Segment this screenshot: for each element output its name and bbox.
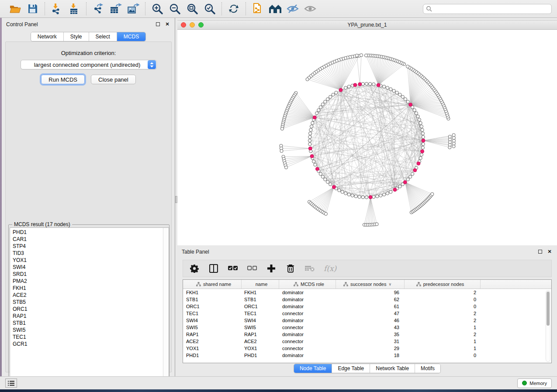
search-input[interactable] (432, 6, 549, 12)
graph-node[interactable] (326, 180, 329, 183)
table-row[interactable]: ORC1ORC1dominator610 (183, 303, 551, 310)
graph-node[interactable] (324, 212, 327, 215)
mcds-result-item[interactable]: ORC1 (13, 306, 169, 313)
graph-node[interactable] (418, 118, 421, 121)
mcds-result-item[interactable]: GCR1 (13, 340, 169, 347)
zoom-in-icon[interactable] (151, 2, 164, 15)
graph-node[interactable] (389, 190, 392, 193)
hide-selected-icon[interactable] (286, 2, 299, 15)
sort-chevron-icon[interactable]: ∨ (388, 282, 391, 286)
graph-node[interactable] (355, 54, 358, 57)
graph-node-mcds[interactable] (413, 168, 417, 172)
graph-node-mcds[interactable] (403, 180, 407, 184)
graph-node[interactable] (386, 192, 389, 195)
open-file-icon[interactable] (9, 2, 22, 15)
graph-node[interactable] (422, 143, 425, 146)
graph-node[interactable] (315, 112, 318, 115)
refresh-icon[interactable] (227, 2, 240, 15)
graph-node[interactable] (324, 178, 327, 181)
graph-node[interactable] (312, 160, 315, 163)
graph-node[interactable] (415, 112, 418, 115)
graph-node-mcds[interactable] (339, 88, 343, 92)
graph-node-mcds[interactable] (313, 116, 316, 119)
import-network-icon[interactable] (50, 2, 63, 15)
graph-node[interactable] (329, 95, 332, 98)
graph-node[interactable] (401, 95, 404, 98)
graph-node[interactable] (383, 193, 386, 196)
task-history-button[interactable] (5, 378, 17, 388)
graph-node[interactable] (369, 83, 372, 86)
graph-node[interactable] (406, 178, 409, 181)
graph-node-mcds[interactable] (315, 167, 319, 171)
graph-node[interactable] (421, 128, 424, 131)
graph-node[interactable] (419, 121, 422, 124)
graph-node[interactable] (310, 125, 313, 128)
mcds-result-item[interactable]: SWI5 (13, 327, 169, 334)
memory-button[interactable]: Memory (517, 378, 552, 388)
graph-node[interactable] (375, 223, 378, 226)
graph-node[interactable] (306, 78, 309, 81)
graph-node[interactable] (341, 190, 344, 193)
graph-node[interactable] (372, 83, 375, 86)
graph-node[interactable] (398, 185, 401, 188)
graph-node[interactable] (372, 195, 375, 198)
deselect-all-icon[interactable] (247, 263, 257, 274)
mcds-result-list[interactable]: PHD1CAR1STP4TID3YOX1SWI4SRD1PMA2FKH1ACE2… (10, 227, 169, 385)
table-row[interactable]: RAP1RAP1dominator352 (183, 331, 551, 338)
export-image-icon[interactable] (127, 2, 140, 15)
graph-node[interactable] (280, 127, 284, 130)
tab-edge-table[interactable]: Edge Table (332, 364, 370, 373)
graph-node[interactable] (452, 134, 455, 137)
export-table-icon[interactable] (109, 2, 122, 15)
graph-node[interactable] (383, 85, 386, 88)
graph-node[interactable] (314, 163, 317, 166)
graph-node[interactable] (404, 98, 407, 101)
graph-node-mcds[interactable] (369, 196, 372, 199)
mcds-result-item[interactable]: PMA2 (13, 278, 169, 285)
graph-node[interactable] (329, 183, 332, 186)
table-row[interactable]: SWI4SWI4dominator462 (183, 317, 551, 324)
graph-node-mcds[interactable] (358, 83, 362, 86)
graph-node[interactable] (358, 195, 361, 198)
graph-node[interactable] (280, 149, 283, 152)
mcds-result-item[interactable]: TEC1 (13, 334, 169, 340)
mcds-result-item[interactable]: RAP1 (13, 313, 169, 320)
graph-node[interactable] (321, 175, 324, 178)
graph-node[interactable] (361, 83, 364, 86)
table-row[interactable]: ACE2ACE2connector311 (183, 338, 551, 345)
table-scrollbar[interactable] (546, 290, 550, 362)
graph-node[interactable] (386, 86, 389, 89)
graph-node[interactable] (308, 132, 311, 135)
column-header-predecessor-nodes[interactable]: predecessor nodes (405, 280, 481, 289)
graph-node[interactable] (319, 172, 322, 175)
zoom-selected-icon[interactable] (203, 2, 216, 15)
show-all-icon[interactable] (304, 2, 317, 15)
graph-node-mcds[interactable] (308, 147, 312, 150)
graph-node[interactable] (332, 93, 335, 96)
graph-node[interactable] (344, 192, 347, 195)
graph-node[interactable] (411, 172, 414, 175)
mcds-list-scrollbar[interactable] (163, 228, 169, 385)
graph-node[interactable] (326, 98, 329, 101)
graph-node[interactable] (421, 146, 424, 149)
tab-network[interactable]: Network (31, 32, 64, 41)
table-row[interactable]: PHD1PHD1dominator180 (183, 352, 551, 359)
search-box[interactable] (423, 4, 552, 14)
graph-node[interactable] (398, 93, 401, 96)
tab-motifs[interactable]: Motifs (415, 364, 440, 373)
mcds-result-item[interactable]: TID3 (13, 250, 169, 257)
tab-network-table[interactable]: Network Table (370, 364, 415, 373)
graph-node[interactable] (365, 196, 368, 199)
graph-node-mcds[interactable] (417, 162, 420, 165)
close-panel-icon[interactable]: ✕ (547, 249, 553, 255)
column-header-successor-nodes[interactable]: successor nodes∨ (336, 280, 405, 289)
tab-mcds[interactable]: MCDS (117, 32, 145, 41)
graph-node[interactable] (395, 91, 398, 94)
add-icon[interactable] (266, 263, 277, 274)
columns-icon[interactable] (208, 263, 219, 274)
gear-icon[interactable] (189, 263, 200, 274)
graph-node[interactable] (389, 88, 392, 91)
float-panel-icon[interactable] (155, 21, 161, 28)
graph-node-mcds[interactable] (353, 83, 357, 87)
graph-node-mcds[interactable] (421, 150, 424, 153)
